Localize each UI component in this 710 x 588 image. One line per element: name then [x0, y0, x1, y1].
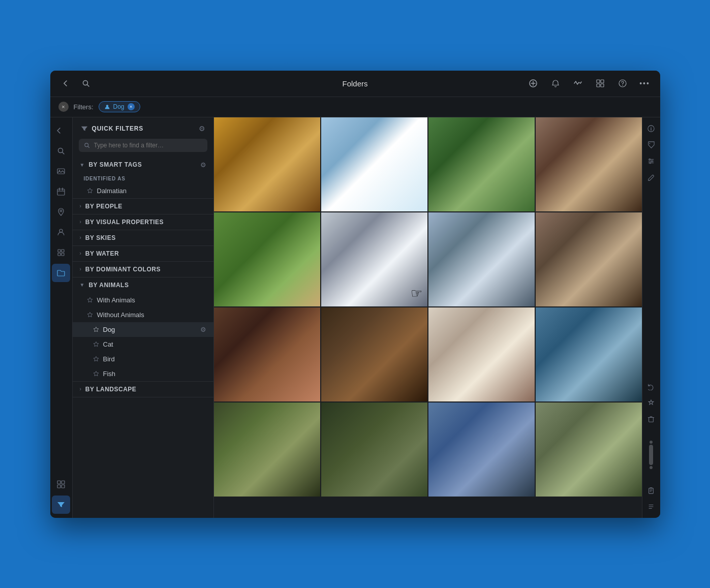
with-animals-item[interactable]: With Animals	[73, 293, 213, 307]
topbar: Folders	[50, 71, 660, 97]
without-animals-label: Without Animals	[97, 311, 144, 319]
nav-icon-filter-active[interactable]	[52, 496, 70, 514]
photo-cell-10[interactable]	[321, 307, 427, 401]
by-dominant-group: › BY DOMINANT COLORS	[73, 262, 213, 277]
by-water-header[interactable]: › BY WATER	[73, 246, 213, 261]
without-animals-item[interactable]: Without Animals	[73, 307, 213, 322]
photo-cell-5[interactable]	[214, 212, 320, 306]
quick-filters-gear[interactable]: ⚙	[199, 125, 205, 133]
right-icon-tag[interactable]	[644, 138, 658, 152]
scroll-thumb[interactable]	[649, 445, 653, 465]
topbar-left	[58, 76, 191, 90]
dog-filter-item[interactable]: Dog ⚙	[73, 322, 213, 337]
topbar-right: •••	[520, 76, 652, 90]
by-animals-label: BY ANIMALS	[88, 282, 129, 289]
dalmatian-smart-tag-icon	[87, 188, 93, 194]
svg-rect-26	[57, 481, 60, 484]
nav-icon-location[interactable]	[52, 203, 70, 221]
right-icon-clipboard[interactable]	[644, 483, 658, 498]
main-area: QUICK FILTERS ⚙ ▼ BY SMART TAGS ⚙	[50, 117, 660, 518]
nav-icon-folder[interactable]	[52, 264, 70, 282]
nav-icon-grid-tools[interactable]	[52, 475, 70, 493]
by-water-group: › BY WATER	[73, 246, 213, 262]
photo-cell-14[interactable]	[321, 403, 427, 497]
right-icon-info[interactable]	[644, 121, 658, 136]
photo-cell-11[interactable]	[428, 307, 535, 401]
filter-search-input[interactable]	[94, 142, 202, 149]
by-animals-chevron: ▼	[80, 282, 85, 288]
nav-icon-person[interactable]	[52, 223, 70, 241]
nav-icon-calendar[interactable]	[52, 182, 70, 201]
nav-icon-layers[interactable]	[52, 243, 70, 262]
photo-cell-2[interactable]	[321, 117, 427, 211]
dalmatian-filter-item[interactable]: Dalmatian	[73, 183, 213, 198]
by-dominant-header[interactable]: › BY DOMINANT COLORS	[73, 262, 213, 277]
nav-icon-back[interactable]	[52, 121, 70, 140]
by-water-label: BY WATER	[85, 250, 119, 257]
by-dominant-chevron: ›	[80, 266, 81, 272]
photo-cell-8[interactable]	[536, 212, 642, 306]
dog-filter-gear[interactable]: ⚙	[200, 326, 206, 333]
page-title: Folders	[342, 79, 367, 88]
dog-icon	[93, 326, 99, 332]
left-icon-rail	[50, 117, 73, 518]
photo-cell-9[interactable]	[214, 307, 320, 401]
scroll-top	[650, 441, 653, 444]
bird-label: Bird	[103, 355, 115, 363]
right-icon-delete[interactable]	[644, 412, 658, 426]
nav-icon-image[interactable]	[52, 162, 70, 180]
chip-remove-button[interactable]: ×	[128, 103, 135, 110]
add-button[interactable]	[526, 76, 540, 90]
activity-button[interactable]	[571, 76, 585, 90]
filters-label: Filters:	[74, 103, 94, 111]
bell-button[interactable]	[548, 76, 563, 90]
topbar-center: Folders	[197, 79, 514, 88]
by-visual-header[interactable]: › BY VISUAL PROPERTIES	[73, 214, 213, 230]
right-icon-edit[interactable]	[644, 170, 658, 184]
by-people-header[interactable]: › BY PEOPLE	[73, 199, 213, 214]
bird-filter-item[interactable]: Bird	[73, 352, 213, 366]
filter-clear-button[interactable]: ×	[58, 102, 69, 112]
photo-cell-3[interactable]	[428, 117, 535, 211]
search-button[interactable]	[79, 76, 93, 90]
by-landscape-header[interactable]: › BY LANDSCAPE	[73, 382, 213, 397]
fish-filter-item[interactable]: Fish	[73, 366, 213, 381]
right-icon-undo[interactable]	[644, 380, 658, 394]
photo-cell-4[interactable]	[536, 117, 642, 211]
grid-view-button[interactable]	[593, 76, 607, 90]
quick-filters-title: QUICK FILTERS	[92, 125, 144, 132]
filter-search-icon	[84, 142, 90, 148]
more-button[interactable]: •••	[638, 76, 652, 90]
back-button[interactable]	[58, 76, 73, 90]
cat-filter-item[interactable]: Cat	[73, 337, 213, 352]
right-icon-list[interactable]	[644, 500, 658, 514]
dog-label: Dog	[103, 326, 115, 333]
by-skies-chevron: ›	[80, 235, 81, 240]
right-icon-sliders[interactable]	[644, 154, 658, 168]
by-people-label: BY PEOPLE	[85, 203, 122, 210]
nav-icon-search[interactable]	[52, 142, 70, 160]
svg-rect-44	[649, 488, 654, 493]
by-smart-tags-header[interactable]: ▼ BY SMART TAGS ⚙	[73, 157, 213, 173]
dog-filter-chip[interactable]: Dog ×	[99, 101, 140, 112]
photo-cell-6[interactable]: ☞	[321, 212, 427, 306]
svg-line-13	[63, 152, 65, 154]
by-animals-header[interactable]: ▼ BY ANIMALS	[73, 277, 213, 293]
right-icon-magic[interactable]	[644, 396, 658, 410]
photo-cell-12[interactable]	[536, 307, 642, 401]
right-icon-rail	[642, 117, 660, 518]
identified-as-header: IDENTIFIED AS	[73, 173, 213, 183]
svg-point-41	[650, 162, 651, 164]
photo-cell-15[interactable]	[428, 403, 535, 497]
by-skies-header[interactable]: › BY SKIES	[73, 230, 213, 245]
photo-cell-13[interactable]	[214, 403, 320, 497]
svg-rect-27	[61, 481, 65, 484]
svg-rect-6	[601, 80, 604, 83]
photo-cell-1[interactable]	[214, 117, 320, 211]
smart-tags-gear[interactable]: ⚙	[200, 161, 206, 169]
photo-cell-16[interactable]	[536, 403, 642, 497]
photo-cell-7[interactable]	[428, 212, 535, 306]
svg-line-1	[87, 85, 89, 87]
by-visual-group: › BY VISUAL PROPERTIES	[73, 214, 213, 230]
help-button[interactable]	[615, 76, 630, 90]
